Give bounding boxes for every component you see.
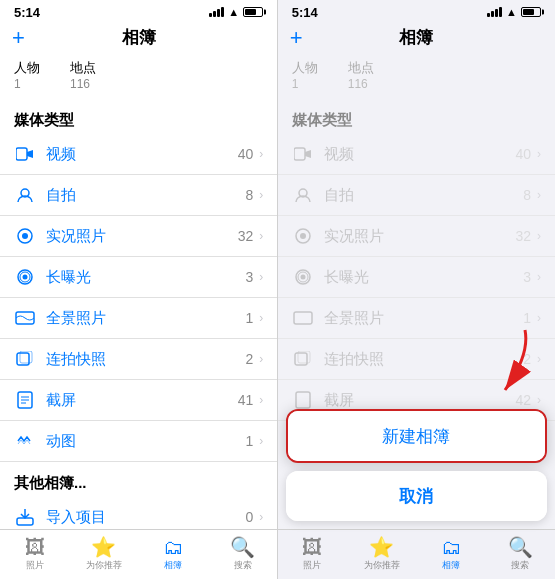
svg-rect-16 <box>294 148 305 160</box>
signal-bars-right <box>487 7 502 17</box>
tab-search-right[interactable]: 🔍 搜索 <box>486 530 555 579</box>
burst-label-right: 连拍快照 <box>324 350 523 369</box>
tab-albums-right[interactable]: 🗂 相簿 <box>416 530 485 579</box>
selfie-icon-left <box>14 184 36 206</box>
panorama-icon-right <box>292 307 314 329</box>
battery-fill-right <box>523 9 534 15</box>
add-button-left[interactable]: + <box>12 27 25 49</box>
status-icons-left: ▲ <box>209 6 263 18</box>
burst-chevron-left: › <box>259 352 263 366</box>
places-count-left: 116 <box>70 77 96 91</box>
list-item-video-left[interactable]: 视频 40 › <box>0 134 277 175</box>
live-label-left: 实况照片 <box>46 227 238 246</box>
tab-search-label-left: 搜索 <box>234 559 252 572</box>
live-count-right: 32 <box>515 228 531 244</box>
tab-for-you-label-right: 为你推荐 <box>364 559 400 572</box>
tab-for-you-right[interactable]: ⭐ 为你推荐 <box>347 530 416 579</box>
list-item-burst-left[interactable]: 连拍快照 2 › <box>0 339 277 380</box>
people-row-right: 人物 1 地点 116 <box>278 55 555 99</box>
tab-for-you-icon-left: ⭐ <box>91 537 116 557</box>
video-label-right: 视频 <box>324 145 516 164</box>
places-count-right: 116 <box>348 77 374 91</box>
list-item-live-left[interactable]: 实况照片 32 › <box>0 216 277 257</box>
signal-bar-r3 <box>495 9 498 17</box>
tab-photos-label-right: 照片 <box>303 559 321 572</box>
wifi-icon-left: ▲ <box>228 6 239 18</box>
tab-albums-icon-right: 🗂 <box>441 537 461 557</box>
exposure-label-left: 长曝光 <box>46 268 245 287</box>
tab-photos-left[interactable]: 🖼 照片 <box>0 530 69 579</box>
list-scroll-left: 媒体类型 视频 40 › 自拍 8 › 实况照片 32 › <box>0 99 277 529</box>
media-section-header-left: 媒体类型 <box>0 99 277 134</box>
exposure-icon-right <box>292 266 314 288</box>
svg-rect-0 <box>16 148 27 160</box>
nav-header-left: + 相簿 <box>0 22 277 55</box>
action-sheet: 新建相簿 取消 <box>278 409 555 529</box>
places-item-right: 地点 116 <box>348 59 374 91</box>
cancel-button[interactable]: 取消 <box>286 471 547 521</box>
list-item-panorama-left[interactable]: 全景照片 1 › <box>0 298 277 339</box>
list-item-exposure-left[interactable]: 长曝光 3 › <box>0 257 277 298</box>
screenshot-count-right: 42 <box>515 392 531 408</box>
tab-for-you-left[interactable]: ⭐ 为你推荐 <box>69 530 138 579</box>
list-item-import-left[interactable]: 导入项目 0 › <box>0 497 277 529</box>
tab-albums-left[interactable]: 🗂 相簿 <box>139 530 208 579</box>
tab-photos-right[interactable]: 🖼 照片 <box>278 530 347 579</box>
list-item-screenshot-left[interactable]: 截屏 41 › <box>0 380 277 421</box>
status-time-left: 5:14 <box>14 5 40 20</box>
svg-marker-1 <box>27 150 33 158</box>
right-panel: 5:14 ▲ + 相簿 人物 1 地点 116 媒 <box>278 0 555 579</box>
people-item-left[interactable]: 人物 1 <box>14 59 40 91</box>
screenshot-count-left: 41 <box>238 392 254 408</box>
tab-search-left[interactable]: 🔍 搜索 <box>208 530 277 579</box>
list-item-live-right: 实况照片 32 › <box>278 216 555 257</box>
live-icon-right <box>292 225 314 247</box>
video-count-left: 40 <box>238 146 254 162</box>
animated-icon-left <box>14 430 36 452</box>
tab-bar-left: 🖼 照片 ⭐ 为你推荐 🗂 相簿 🔍 搜索 <box>0 529 277 579</box>
list-item-exposure-right: 长曝光 3 › <box>278 257 555 298</box>
list-item-selfie-left[interactable]: 自拍 8 › <box>0 175 277 216</box>
people-row-left: 人物 1 地点 116 <box>0 55 277 99</box>
burst-icon-right <box>292 348 314 370</box>
screenshot-label-right: 截屏 <box>324 391 516 410</box>
tab-search-label-right: 搜索 <box>511 559 529 572</box>
selfie-label-right: 自拍 <box>324 186 523 205</box>
wifi-icon-right: ▲ <box>506 6 517 18</box>
other-section-header-left: 其他相簿... <box>0 462 277 497</box>
animated-label-left: 动图 <box>46 432 245 451</box>
list-item-animated-left[interactable]: 动图 1 › <box>0 421 277 462</box>
svg-rect-27 <box>296 392 310 408</box>
tab-albums-icon-left: 🗂 <box>163 537 183 557</box>
signal-bar-1 <box>209 13 212 17</box>
status-bar-left: 5:14 ▲ <box>0 0 277 22</box>
exposure-label-right: 长曝光 <box>324 268 523 287</box>
status-icons-right: ▲ <box>487 6 541 18</box>
panorama-chevron-left: › <box>259 311 263 325</box>
live-chevron-left: › <box>259 229 263 243</box>
animated-chevron-left: › <box>259 434 263 448</box>
nav-title-left: 相簿 <box>122 26 156 49</box>
left-panel: 5:14 ▲ + 相簿 人物 1 地点 116 媒 <box>0 0 277 579</box>
battery-fill-left <box>245 9 256 15</box>
panorama-label-right: 全景照片 <box>324 309 523 328</box>
tab-for-you-label-left: 为你推荐 <box>86 559 122 572</box>
places-item-left[interactable]: 地点 116 <box>70 59 96 91</box>
add-button-right[interactable]: + <box>290 27 303 49</box>
list-item-selfie-right: 自拍 8 › <box>278 175 555 216</box>
burst-icon-left <box>14 348 36 370</box>
new-album-button[interactable]: 新建相簿 <box>288 411 545 461</box>
video-count-right: 40 <box>515 146 531 162</box>
screenshot-chevron-right: › <box>537 393 541 407</box>
svg-point-6 <box>23 275 28 280</box>
animated-count-left: 1 <box>245 433 253 449</box>
exposure-chevron-left: › <box>259 270 263 284</box>
people-count-left: 1 <box>14 77 40 91</box>
exposure-count-left: 3 <box>245 269 253 285</box>
tab-search-icon-left: 🔍 <box>230 537 255 557</box>
burst-count-left: 2 <box>245 351 253 367</box>
people-count-right: 1 <box>292 77 318 91</box>
people-item-right: 人物 1 <box>292 59 318 91</box>
new-album-btn-container: 新建相簿 <box>286 409 547 463</box>
import-label-left: 导入项目 <box>46 508 245 527</box>
